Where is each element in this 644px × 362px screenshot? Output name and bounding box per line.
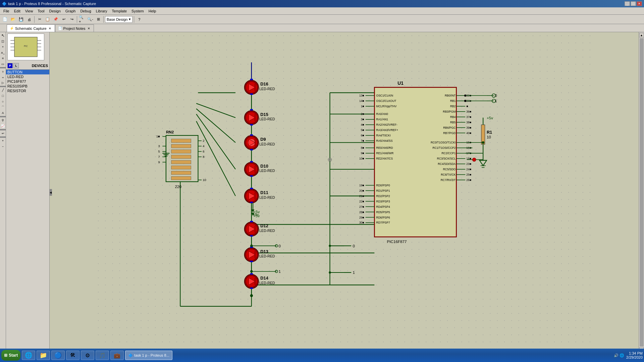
power-tool[interactable]: ⏚ [0, 69, 6, 74]
svg-rect-52 [171, 139, 191, 143]
undo-toolbar[interactable]: ↩ [0, 131, 6, 136]
schematic-tab-close[interactable]: ✕ [48, 26, 52, 31]
redo-button[interactable]: ↪ [68, 16, 75, 23]
taskbar-ie[interactable]: 🌐 [22, 351, 35, 360]
save-button[interactable]: 💾 [17, 16, 25, 23]
menu-design[interactable]: Design [47, 8, 63, 14]
tab-project-notes[interactable]: 📄 Project Notes ✕ [55, 24, 94, 32]
svg-text:R1: R1 [487, 130, 492, 135]
svg-text:9: 9 [158, 160, 160, 164]
zoom-out-button[interactable]: 🔍- [87, 16, 94, 23]
svg-text:27■: 27■ [359, 205, 364, 208]
svg-text:8■: 8■ [361, 146, 364, 149]
menu-file[interactable]: File [1, 8, 11, 14]
new-button[interactable]: 📄 [1, 16, 9, 23]
toolbar: 📄 📂 💾 🖨 ✂ 📋 📌 ↩ ↪ 🔍+ 🔍- ⊞ Base Design ▾ … [0, 15, 644, 24]
svg-text:3■: 3■ [361, 118, 364, 121]
ground-tool[interactable]: ⏛ [0, 74, 6, 80]
taskbar-app4[interactable]: 💼 [110, 351, 124, 360]
bus-tool[interactable]: ≡ [0, 56, 6, 61]
menu-system[interactable]: System [129, 8, 146, 14]
sidebar-tab-l[interactable]: L [13, 63, 19, 68]
zoom-in-button[interactable]: 🔍+ [78, 16, 86, 23]
menu-tool[interactable]: Tool [36, 8, 46, 14]
svg-rect-53 [171, 144, 191, 148]
copy-button[interactable]: 📋 [44, 16, 51, 23]
notes-tab-close[interactable]: ✕ [87, 26, 91, 31]
device-button[interactable]: BUTTON [6, 70, 49, 74]
sidebar-collapse-arrow[interactable]: ◀ [49, 189, 52, 196]
titlebar-controls[interactable]: _ □ ✕ [625, 1, 642, 6]
svg-text:RB7/PGD: RB7/PGD [443, 131, 455, 135]
svg-text:RA0/AN0: RA0/AN0 [376, 112, 388, 116]
subcircuit-tool[interactable]: ▭ [0, 61, 6, 67]
svg-text:22■: 22■ [359, 200, 364, 203]
app4-icon: 💼 [114, 352, 120, 359]
sidebar-devices-label: DEVICES [32, 64, 48, 68]
cut-button[interactable]: ✂ [36, 16, 43, 23]
svg-rect-286 [250, 288, 253, 289]
menu-edit[interactable]: Edit [12, 8, 22, 14]
schematic-tab-label: Schematic Capture [15, 26, 47, 31]
circle-tool[interactable]: ○ [0, 99, 6, 104]
design-dropdown[interactable]: Base Design ▾ [105, 16, 132, 23]
taskbar-app2[interactable]: ⚙ [81, 351, 94, 360]
start-button[interactable]: ⊞ Start [1, 350, 20, 361]
menu-view[interactable]: View [23, 8, 35, 14]
graph-tool[interactable]: 📈 [0, 123, 6, 129]
svg-text:RB3/PGM: RB3/PGM [443, 110, 455, 113]
zoom-fit-button[interactable]: ⊞ [95, 16, 102, 23]
svg-text:RD5/PSP5: RD5/PSP5 [376, 210, 390, 214]
component-tool[interactable]: ◫ [0, 39, 6, 44]
zoom-out-lt[interactable]: − [0, 144, 6, 149]
scroll-up-button[interactable]: ▲ [639, 33, 644, 38]
text-tool[interactable]: A [0, 110, 6, 116]
arc-tool[interactable]: ⌒ [0, 105, 6, 110]
menu-template[interactable]: Template [110, 8, 129, 14]
taskbar-app3[interactable]: 🎵 [96, 351, 109, 360]
device-resistor[interactable]: RESISTOR [6, 88, 49, 93]
schematic-canvas-area[interactable]: +5v +5v 0 1 [50, 32, 639, 353]
svg-rect-237 [250, 161, 253, 163]
lt-sep5 [0, 136, 6, 138]
device-pic16f877[interactable]: PIC16F877 [6, 79, 49, 84]
maximize-button[interactable]: □ [631, 1, 636, 6]
zoom-in-lt[interactable]: + [0, 138, 6, 143]
menu-help[interactable]: Help [147, 8, 158, 14]
tab-schematic[interactable]: ⚡ Schematic Capture ✕ [7, 24, 55, 32]
svg-text:PIC16F877: PIC16F877 [387, 239, 407, 244]
menu-debug[interactable]: Debug [78, 8, 93, 14]
minimize-button[interactable]: _ [625, 1, 630, 6]
junction-tool[interactable]: + [0, 44, 6, 50]
taskbar-explorer[interactable]: 📁 [37, 351, 50, 360]
app2-icon: ⚙ [85, 352, 90, 359]
device-led-red[interactable]: LED-RED [6, 74, 49, 79]
svg-text:RA4/T0CKI: RA4/T0CKI [376, 134, 391, 137]
sidebar-tab-p[interactable]: P [7, 63, 13, 68]
probe-tool[interactable]: ⚲ [0, 118, 6, 123]
wire-label-tool[interactable]: A⎯ [0, 50, 6, 55]
select-tool[interactable]: ↖ [0, 33, 6, 38]
svg-rect-12 [95, 32, 593, 353]
svg-rect-216 [250, 109, 253, 110]
line-tool[interactable]: ╱ [0, 87, 6, 93]
undo-button[interactable]: ↩ [60, 16, 67, 23]
menu-graph[interactable]: Graph [63, 8, 78, 14]
paste-button[interactable]: 📌 [52, 16, 59, 23]
taskbar-app1[interactable]: 🛠 [66, 351, 79, 360]
taskbar-proteus[interactable]: 🔷 task 1 p - Proteus 8... [125, 351, 172, 360]
svg-text:D13: D13 [260, 249, 268, 254]
svg-text:RE2/AN7/CS: RE2/AN7/CS [376, 157, 393, 160]
print-button[interactable]: 🖨 [25, 16, 33, 23]
open-button[interactable]: 📂 [9, 16, 17, 23]
port-tool[interactable]: ▷ [0, 80, 6, 85]
box-tool[interactable]: □ [0, 93, 6, 99]
menu-library[interactable]: Library [94, 8, 109, 14]
close-button[interactable]: ✕ [637, 1, 642, 6]
device-res10sipb[interactable]: RES10SIPB [6, 84, 49, 88]
svg-text:LED-RED: LED-RED [259, 142, 275, 146]
taskbar-chrome[interactable]: 🔵 [51, 351, 65, 360]
help-button[interactable]: ? [136, 16, 143, 23]
svg-text:RB2: RB2 [450, 105, 456, 108]
right-scrollbar[interactable]: ▲ ▼ [639, 32, 644, 353]
